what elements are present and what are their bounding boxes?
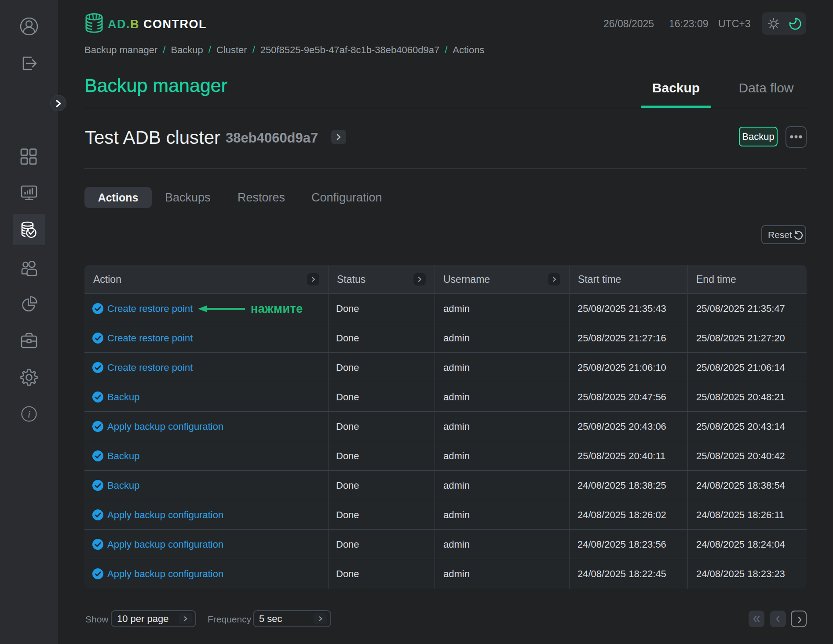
svg-text:i: i xyxy=(28,408,31,420)
